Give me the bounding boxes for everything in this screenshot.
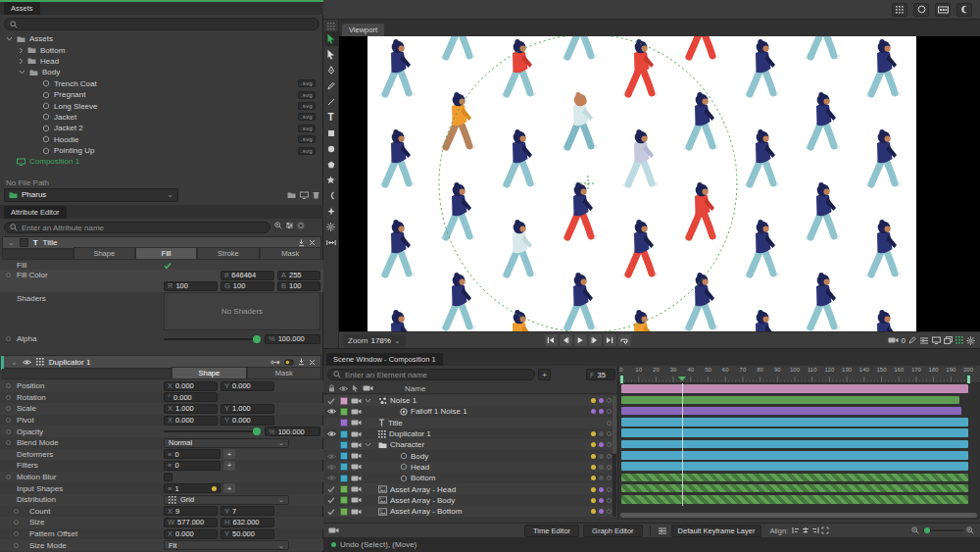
snap-grid-icon[interactable] [956, 336, 963, 344]
tab-attribute-editor[interactable]: Attribute Editor [4, 206, 67, 219]
folder-icon[interactable] [287, 191, 296, 199]
keyframe-ring-icon[interactable] [607, 476, 612, 480]
keyframe-ring-icon[interactable] [607, 498, 612, 503]
color-swatch[interactable] [340, 508, 348, 516]
viewport-zoom-control[interactable]: Zoom 178% ⌄ [343, 334, 406, 347]
fill-enabled-check-icon[interactable] [164, 262, 172, 270]
frame-icon[interactable] [821, 527, 829, 534]
star-tool[interactable] [324, 173, 338, 187]
channel-dot-icon[interactable] [591, 431, 596, 436]
keyframe-ring-icon[interactable] [607, 465, 612, 470]
pen-tool[interactable] [324, 63, 338, 77]
filters-count-field[interactable]: ≡0 [164, 461, 220, 471]
camera-icon[interactable] [351, 441, 362, 449]
channel-dot-icon[interactable] [599, 487, 604, 492]
camera-icon[interactable] [351, 452, 362, 460]
enabled-check-icon[interactable] [327, 397, 337, 405]
node-select-tool[interactable] [324, 47, 338, 62]
channel-dot-icon[interactable] [599, 476, 604, 480]
scene-row-body[interactable]: Body [323, 451, 617, 462]
timeline-track-bar[interactable] [621, 407, 961, 416]
attr-field-value[interactable]: °0.000 [164, 392, 218, 402]
skip-end-button[interactable] [604, 334, 616, 346]
color-swatch[interactable] [340, 419, 348, 427]
loop-button[interactable] [618, 334, 631, 346]
clear-icon[interactable] [297, 222, 305, 229]
attribute-search-input[interactable]: Enter an Attribute name [4, 222, 270, 233]
film-icon[interactable] [935, 3, 951, 17]
timeline-track-bar[interactable] [621, 484, 968, 493]
assets-tree-item-trench-coat[interactable]: Trench Coat.svg [0, 78, 323, 89]
enabled-check-icon[interactable] [327, 485, 337, 493]
attr-field-Y[interactable]: Y50.000 [220, 529, 274, 539]
channel-dot-icon[interactable] [591, 509, 596, 514]
assets-tree-item-head[interactable]: Head [0, 56, 323, 67]
timeline-track-bar[interactable] [621, 428, 968, 437]
filter-icon[interactable] [285, 222, 294, 229]
color-swatch[interactable] [340, 441, 348, 449]
timeline-track-bar[interactable] [621, 384, 968, 393]
keyframe-toggle[interactable] [6, 429, 11, 434]
attr-field-X[interactable]: X1.000 [164, 404, 218, 414]
keyframe-toggle[interactable] [6, 395, 11, 400]
camera-icon[interactable] [351, 508, 362, 516]
chevron-right-icon[interactable] [19, 58, 24, 65]
camera-icon[interactable] [351, 463, 362, 471]
frame-field[interactable]: F 35 [586, 369, 615, 380]
attr-field-Y[interactable]: Y0.000 [220, 416, 274, 426]
channel-dot-icon[interactable] [591, 398, 596, 403]
assets-tree-item-hoodie[interactable]: Hoodie.svg [0, 134, 323, 145]
add-button[interactable]: + [223, 483, 235, 493]
blend-mode-dropdown[interactable]: Normal⌄ [164, 438, 289, 448]
color-swatch[interactable] [340, 397, 348, 405]
color-swatch[interactable] [340, 463, 348, 471]
scene-row-head[interactable]: Head [323, 462, 617, 473]
time-editor-button[interactable]: Time Editor [524, 525, 579, 537]
pencil-tool[interactable] [324, 78, 338, 93]
keyframe-ring-icon[interactable] [607, 509, 612, 514]
keyframe-ring-icon[interactable] [607, 431, 612, 436]
timeline-ruler[interactable]: 0102030405060708090100110120130140150160… [618, 366, 980, 383]
zoom-icon[interactable] [274, 222, 282, 229]
title-tab-stroke[interactable]: Stroke [197, 247, 259, 260]
keyframe-toggle[interactable] [14, 543, 19, 548]
camera-icon[interactable] [351, 496, 362, 504]
camera-icon[interactable] [363, 384, 373, 392]
step-forward-button[interactable] [589, 334, 602, 346]
scene-row-character[interactable]: Character [323, 439, 617, 450]
assets-tree-item-assets[interactable]: Assets [0, 33, 323, 44]
timeline-track-bar[interactable] [621, 474, 968, 482]
channel-dot-icon[interactable] [599, 498, 604, 503]
channel-dot-icon[interactable] [591, 442, 596, 447]
channel-dot-icon[interactable] [591, 409, 596, 414]
timeline-track-bar[interactable] [621, 440, 968, 449]
visibility-eye-icon[interactable] [327, 453, 337, 460]
align-right-icon[interactable] [811, 527, 819, 534]
timeline-track-bar[interactable] [621, 462, 968, 471]
camera-icon[interactable] [351, 397, 362, 405]
step-back-button[interactable] [560, 334, 572, 346]
attr-field-X[interactable]: X0.000 [164, 529, 218, 539]
node-icon[interactable] [270, 358, 280, 366]
deformers-count-field[interactable]: ≡0 [164, 449, 220, 459]
keyframe-toggle[interactable] [14, 509, 19, 514]
keyframe-toggle[interactable] [6, 475, 11, 479]
text-tool[interactable]: T [324, 110, 338, 125]
color-swatch[interactable] [340, 430, 348, 438]
zoom-in-icon[interactable] [966, 527, 974, 534]
monitor-icon[interactable] [932, 336, 941, 344]
color-swatch[interactable] [340, 452, 348, 460]
line-tool[interactable] [324, 94, 338, 109]
tab-scene-window[interactable]: Scene Window - Composition 1 [326, 353, 443, 366]
enabled-check-icon[interactable] [327, 496, 337, 504]
attr-field-X[interactable]: X0.000 [164, 381, 218, 391]
channel-dot-icon[interactable] [591, 476, 596, 480]
channel-dot-icon[interactable] [599, 465, 604, 470]
add-button[interactable]: + [223, 461, 235, 471]
assets-tree-item-long-sleeve[interactable]: Long Sleeve.svg [0, 100, 323, 111]
scene-row-asset-array-head[interactable]: Asset Array - Head [323, 483, 617, 494]
color-swatch[interactable] [340, 496, 348, 504]
circle-icon[interactable] [913, 3, 929, 17]
attr-field-H[interactable]: H632.000 [220, 518, 274, 527]
channel-dot-icon[interactable] [591, 498, 596, 503]
